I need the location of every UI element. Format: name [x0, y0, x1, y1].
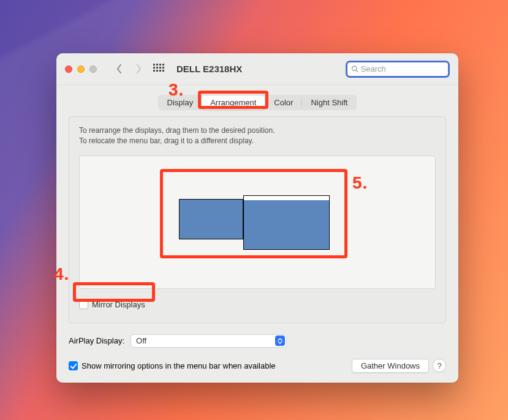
- search-input[interactable]: [361, 64, 444, 73]
- titlebar: DELL E2318HX: [56, 53, 458, 85]
- gather-windows-button[interactable]: Gather Windows: [352, 359, 429, 373]
- window-title: DELL E2318HX: [176, 64, 242, 74]
- instruction-line2: To relocate the menu bar, drag it to a d…: [79, 136, 436, 146]
- display-thumbnail-2[interactable]: [243, 195, 330, 250]
- traffic-lights: [65, 66, 97, 73]
- show-all-icon[interactable]: [153, 64, 164, 75]
- display-arrangement-area[interactable]: [79, 156, 436, 289]
- minimize-icon[interactable]: [77, 66, 85, 73]
- dropdown-arrows-icon: [275, 336, 285, 346]
- mirror-displays-checkbox[interactable]: [79, 300, 88, 309]
- airplay-row: AirPlay Display: Off: [69, 334, 446, 348]
- help-button[interactable]: ?: [433, 359, 446, 372]
- instructions: To rearrange the displays, drag them to …: [79, 126, 436, 147]
- back-button[interactable]: [112, 62, 126, 77]
- show-mirroring-checkbox[interactable]: [69, 361, 78, 370]
- show-mirroring-label[interactable]: Show mirroring options in the menu bar w…: [82, 361, 276, 370]
- forward-button[interactable]: [131, 62, 146, 77]
- zoom-icon: [89, 66, 97, 73]
- svg-line-1: [356, 70, 358, 72]
- tab-display[interactable]: Display: [159, 96, 202, 110]
- airplay-value: Off: [136, 336, 146, 345]
- search-icon: [351, 65, 358, 73]
- tab-night-shift[interactable]: Night Shift: [302, 96, 356, 110]
- tab-bar: Display Arrangement Color Night Shift: [158, 95, 357, 110]
- preferences-window: DELL E2318HX Display Arrangement Color N…: [56, 53, 458, 383]
- instruction-line1: To rearrange the displays, drag them to …: [79, 126, 436, 136]
- bottom-row: Show mirroring options in the menu bar w…: [69, 359, 446, 373]
- display-thumbnail-1[interactable]: [179, 199, 243, 239]
- airplay-dropdown[interactable]: Off: [131, 334, 287, 348]
- search-field-wrap[interactable]: [346, 61, 450, 78]
- airplay-label: AirPlay Display:: [69, 336, 124, 345]
- tab-color[interactable]: Color: [265, 96, 301, 110]
- mirror-displays-label[interactable]: Mirror Displays: [92, 300, 145, 309]
- close-icon[interactable]: [65, 66, 72, 73]
- arrangement-panel: To rearrange the displays, drag them to …: [69, 116, 446, 323]
- tab-arrangement[interactable]: Arrangement: [202, 96, 265, 110]
